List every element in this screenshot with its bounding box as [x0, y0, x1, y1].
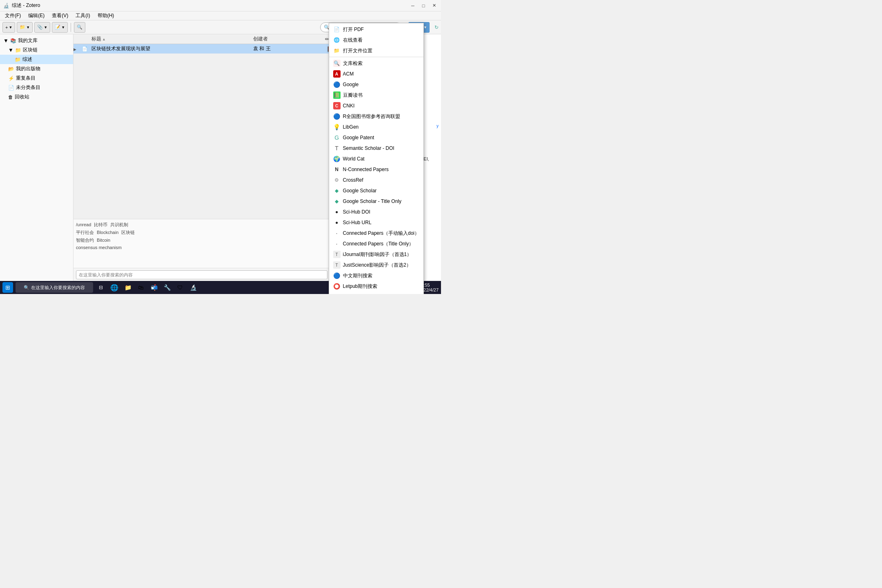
- sidebar-item-blockchain[interactable]: ▼ 📁 区块链: [0, 45, 73, 55]
- window-title: 综述 - Zotero: [12, 2, 40, 9]
- lookup-dropdown-menu: 📄 打开 PDF 🌐 在线查看 📁 打开文件位置 🔍 文库检索 A ACM 🔵 …: [329, 23, 424, 294]
- dropdown-item-acm[interactable]: A ACM: [329, 69, 423, 79]
- taskbar-app1[interactable]: 📬: [149, 282, 159, 293]
- minimize-button[interactable]: ─: [409, 2, 416, 9]
- close-button[interactable]: ✕: [430, 2, 438, 9]
- dropdown-item-connected-papers-title[interactable]: · Connected Papers（Title Only）: [329, 238, 423, 249]
- dropdown-item-open-pdf[interactable]: 📄 打开 PDF: [329, 24, 423, 35]
- r-library-icon: 🔵: [333, 113, 341, 120]
- dropdown-item-semantic-scholar[interactable]: T Semantic Scholar - DOI: [329, 143, 423, 154]
- sidebar-item-unclassified[interactable]: 📄 未分类条目: [0, 83, 73, 92]
- connected-papers-title-icon: ·: [333, 240, 341, 247]
- taskbar-edge[interactable]: 🌐: [109, 282, 120, 293]
- dropdown-item-connected-papers-doi[interactable]: · Connected Papers（手动输入doi）: [329, 228, 423, 238]
- menu-help[interactable]: 帮助(H): [94, 11, 118, 20]
- taskbar-app3[interactable]: 🛡: [175, 282, 185, 293]
- publications-icon: 📂: [8, 66, 14, 72]
- dropdown-item-justscience[interactable]: T JustScience影响因子（首选2）: [329, 260, 423, 270]
- tag-unread[interactable]: /unread: [76, 222, 91, 227]
- scihub-doi-icon: ●: [333, 208, 341, 216]
- advanced-search-button[interactable]: 🔍: [74, 22, 85, 33]
- tag-parallel[interactable]: 平行社会: [76, 229, 94, 236]
- sidebar-unclassified-label: 未分类条目: [16, 84, 40, 91]
- r-library-label: R全国图书馆参考咨询联盟: [343, 113, 401, 120]
- taskbar-store[interactable]: 🛍: [136, 282, 146, 293]
- sidebar-item-my-library[interactable]: ▼ 📚 我的文库: [0, 36, 73, 45]
- library-search-icon: 🔍: [333, 60, 341, 67]
- tag-blockchain-en[interactable]: Blockchain: [97, 230, 118, 235]
- note-button[interactable]: 📝 ▼: [52, 22, 68, 33]
- dropdown-item-world-cat[interactable]: 🌍 World Cat: [329, 154, 423, 164]
- cnki-label: CNKI: [343, 103, 355, 109]
- dropdown-item-scihub-doi[interactable]: ● Sci-Hub DOI: [329, 207, 423, 217]
- dropdown-item-crossref[interactable]: ⚙ CrossRef: [329, 175, 423, 185]
- tag-search-input[interactable]: [76, 270, 327, 279]
- google-patent-icon: G: [333, 134, 341, 141]
- dropdown-item-google-scholar-title[interactable]: ◆ Google Scholar - Title Only: [329, 196, 423, 207]
- dropdown-item-google[interactable]: 🔵 Google: [329, 79, 423, 90]
- row-type-icon: 📄: [82, 46, 90, 52]
- menu-view[interactable]: 查看(V): [49, 11, 71, 20]
- taskbar-app2[interactable]: 🔧: [162, 282, 172, 293]
- dropdown-item-google-scholar[interactable]: ◆ Google Scholar: [329, 185, 423, 196]
- dropdown-item-scihub-url[interactable]: ● Sci-Hub URL: [329, 217, 423, 228]
- menu-file[interactable]: 文件(F): [2, 11, 24, 20]
- dropdown-item-r-library[interactable]: 🔵 R全国图书馆参考咨询联盟: [329, 111, 423, 122]
- col-title-label: 标题: [91, 36, 101, 42]
- col-creator-header[interactable]: 创建者: [252, 36, 325, 42]
- sidebar-item-summary[interactable]: 📁 综述: [0, 55, 73, 64]
- sidebar-item-trash[interactable]: 🗑 回收站: [0, 92, 73, 102]
- table-body: ▶ 📄 区块链技术发展现状与展望 袁 和 王 📕: [74, 44, 343, 219]
- attach-button[interactable]: 📎 ▼: [34, 22, 50, 33]
- title-bar: 🔬 综述 - Zotero ─ □ ✕: [0, 0, 441, 11]
- dropdown-item-cnki[interactable]: C CNKI: [329, 100, 423, 111]
- open-location-icon: 📁: [333, 47, 341, 54]
- sidebar-item-publications[interactable]: 📂 我的出版物: [0, 64, 73, 74]
- note-icon: 📝: [55, 24, 60, 30]
- dropdown-item-chinese-journal[interactable]: 🔵 中文期刊搜索: [329, 270, 423, 281]
- title-bar-left: 🔬 综述 - Zotero: [3, 2, 40, 9]
- taskbar-explorer[interactable]: 📁: [122, 282, 133, 293]
- sidebar-item-duplicates[interactable]: ⚡ 重复条目: [0, 74, 73, 83]
- dropdown-item-n-connected-papers[interactable]: N N-Connected Papers: [329, 164, 423, 175]
- start-button[interactable]: ⊞: [2, 282, 13, 293]
- taskbar-search-button[interactable]: 🔍 在这里输入你要搜索的内容: [16, 282, 93, 293]
- scihub-url-label: Sci-Hub URL: [343, 220, 372, 225]
- sync-button[interactable]: ↻: [434, 24, 439, 30]
- dropdown-item-ijournal[interactable]: T iJournal期刊影响因子（首选1）: [329, 249, 423, 260]
- tag-bitcoin-en[interactable]: Bitcoin: [97, 238, 110, 243]
- dropdown-item-view-online[interactable]: 🌐 在线查看: [329, 35, 423, 45]
- menu-edit[interactable]: 编辑(E): [25, 11, 48, 20]
- new-item-button[interactable]: + ▼: [2, 22, 15, 33]
- tag-smart-contract[interactable]: 智能合约: [76, 237, 94, 243]
- dropdown-item-library-search[interactable]: 🔍 文库检索: [329, 58, 423, 69]
- letpub-icon: ⭕: [333, 283, 341, 290]
- menu-tools[interactable]: 工具(I): [72, 11, 93, 20]
- table-row[interactable]: ▶ 📄 区块链技术发展现状与展望 袁 和 王 📕: [74, 44, 343, 54]
- taskbar-zotero[interactable]: 🔬: [188, 282, 198, 293]
- tag-blockchain-cn[interactable]: 区块链: [121, 229, 135, 236]
- col-title-header[interactable]: 标题 ▲: [90, 36, 252, 42]
- open-pdf-label: 打开 PDF: [343, 26, 364, 33]
- chinese-journal-icon: 🔵: [333, 272, 341, 279]
- dropdown-item-impact-query[interactable]: 📊 期刊影响因子查询: [329, 292, 423, 294]
- tag-consensus[interactable]: 共识机制: [110, 222, 128, 228]
- row-expand[interactable]: ▶: [74, 46, 82, 52]
- content-area: 标题 ▲ 创建者 ✏ ▶ 📄 区块链技术发展现状与展望 袁 和 王: [74, 34, 343, 281]
- taskbar-task-view[interactable]: ⊟: [96, 282, 106, 293]
- new-collection-button[interactable]: 📁 ▼: [17, 22, 33, 33]
- sidebar-library-icon: 📚: [10, 38, 16, 44]
- maximize-button[interactable]: □: [420, 2, 427, 9]
- summary-folder-icon: 📁: [15, 57, 21, 62]
- tag-bitcoin-cn[interactable]: 比特币: [94, 222, 107, 228]
- duplicates-icon: ⚡: [8, 76, 14, 81]
- dropdown-item-open-location[interactable]: 📁 打开文件位置: [329, 45, 423, 56]
- dropdown-item-douban[interactable]: 📗 豆瓣读书: [329, 90, 423, 100]
- sync-icon: ↻: [434, 24, 439, 30]
- chevron-down-icon2: ▼: [26, 25, 30, 29]
- dropdown-item-letpub[interactable]: ⭕ Letpub期刊搜索: [329, 281, 423, 292]
- read-more-link[interactable]: y: [437, 124, 439, 128]
- tag-consensus-en[interactable]: consensus mechanism: [76, 245, 122, 250]
- dropdown-item-libgen[interactable]: 💡 LibGen: [329, 122, 423, 132]
- dropdown-item-google-patent[interactable]: G Google Patent: [329, 132, 423, 143]
